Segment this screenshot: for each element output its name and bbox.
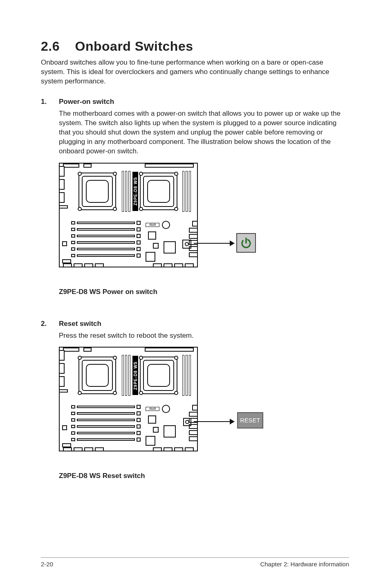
dimm-slot <box>182 171 184 212</box>
slot-long <box>77 419 135 421</box>
dimm-slot <box>128 355 130 396</box>
slot-stub <box>71 228 75 231</box>
chip <box>153 243 159 249</box>
callout-arrow-head-icon <box>230 419 235 424</box>
pcie-slot <box>71 240 141 245</box>
dimm-bank-a <box>122 171 130 212</box>
board-figure-power: Z9PE-D8 WS /SUS <box>59 163 280 285</box>
onboard-reset-switch <box>183 418 191 426</box>
page-title: 2.6 Onboard Switches <box>41 39 349 54</box>
misc-ic <box>62 425 67 430</box>
item-2-title: Reset switch <box>59 320 101 328</box>
dimm-slot <box>122 355 124 396</box>
header <box>192 221 198 227</box>
mount-hole <box>174 172 178 176</box>
callout-arrow-head-icon <box>230 240 235 246</box>
footer-rule <box>41 557 349 558</box>
figure-1-caption: Z9PE-D8 WS Power on switch <box>59 288 349 296</box>
left-io-column <box>59 350 66 448</box>
io-block <box>83 348 92 352</box>
footer-page-number: 2-20 <box>41 561 53 568</box>
dimm-slot <box>186 171 188 212</box>
header <box>185 447 194 451</box>
header <box>164 447 173 451</box>
slot-long <box>77 432 135 434</box>
dimm-slot <box>125 171 127 212</box>
slot-long <box>77 425 135 428</box>
pcie-slot <box>71 227 141 231</box>
header <box>164 263 173 267</box>
cpu-socket-1 <box>78 357 116 394</box>
top-io-row <box>63 347 194 352</box>
slot-cap <box>137 227 141 231</box>
pcie-slot <box>71 254 141 258</box>
item-2-body: Press the reset switch to reboot the sys… <box>59 331 349 341</box>
io-slot <box>59 376 65 387</box>
asus-logo: /SUS <box>146 407 159 411</box>
board-model-vertical-label: Z9PE-D8 WS <box>132 356 138 395</box>
section-2: 2. Reset switch Press the reset switch t… <box>41 320 349 480</box>
board-model-vertical-label: Z9PE-D8 WS <box>132 172 138 211</box>
io-slot <box>59 179 65 190</box>
pcie-slot <box>71 247 141 251</box>
page-footer: 2-20 Chapter 2: Hardware information <box>0 561 390 568</box>
slot-long <box>77 248 135 250</box>
io-slot <box>59 363 65 374</box>
reset-label-callout: RESET <box>237 412 263 429</box>
reset-label-text: RESET <box>240 417 260 424</box>
cpu-socket-2 <box>140 357 177 394</box>
pcie-slot <box>71 221 141 225</box>
mount-hole <box>139 356 143 360</box>
callout-arrow-line <box>194 421 231 422</box>
motherboard-outline: Z9PE-D8 WS /SUS <box>59 347 198 451</box>
cpu-socket-1 <box>78 173 116 210</box>
header <box>95 447 104 451</box>
chip <box>153 427 159 433</box>
header <box>74 263 83 267</box>
slot-cap <box>137 247 141 251</box>
pcie-slot <box>71 424 141 429</box>
right-connectors <box>189 405 198 450</box>
io-header <box>59 389 68 393</box>
slot-long <box>77 222 135 224</box>
chip <box>148 415 156 424</box>
slot-stub <box>71 221 75 224</box>
header <box>84 263 93 267</box>
misc-header <box>62 259 71 263</box>
slot-cap <box>137 240 141 245</box>
header <box>63 447 72 451</box>
left-io-column <box>59 166 66 264</box>
header <box>153 447 162 451</box>
mount-hole <box>113 207 117 211</box>
misc-header <box>62 443 71 447</box>
item-1-number: 1. <box>41 98 59 106</box>
item-2-number: 2. <box>41 320 59 328</box>
dimm-bank-b <box>182 171 191 212</box>
switch-dot <box>185 242 189 246</box>
pcie-slot <box>71 431 141 435</box>
bottom-headers <box>63 446 194 451</box>
heading-number: 2.6 <box>41 39 60 54</box>
slot-stub <box>71 412 75 415</box>
mount-hole <box>78 207 82 211</box>
slot-long <box>77 241 135 244</box>
heading-text: Onboard Switches <box>75 39 193 54</box>
header <box>174 263 183 267</box>
slot-long <box>77 235 135 237</box>
header <box>153 263 162 267</box>
mount-hole <box>139 207 143 211</box>
sata-port <box>189 436 198 441</box>
sata-port <box>189 234 198 239</box>
dimm-bank-a <box>122 355 130 396</box>
slot-cap <box>137 221 141 225</box>
board-model-text: Z9PE-D8 WS <box>133 361 138 390</box>
header <box>74 447 83 451</box>
board-model-text: Z9PE-D8 WS <box>133 177 138 205</box>
switch-dot <box>185 420 189 424</box>
dimm-slot <box>189 171 191 212</box>
power-icon <box>240 237 252 249</box>
figure-2-caption: Z9PE-D8 WS Reset switch <box>59 472 349 480</box>
io-block <box>83 164 92 168</box>
dimm-slot <box>189 355 191 396</box>
io-slot <box>59 350 65 361</box>
